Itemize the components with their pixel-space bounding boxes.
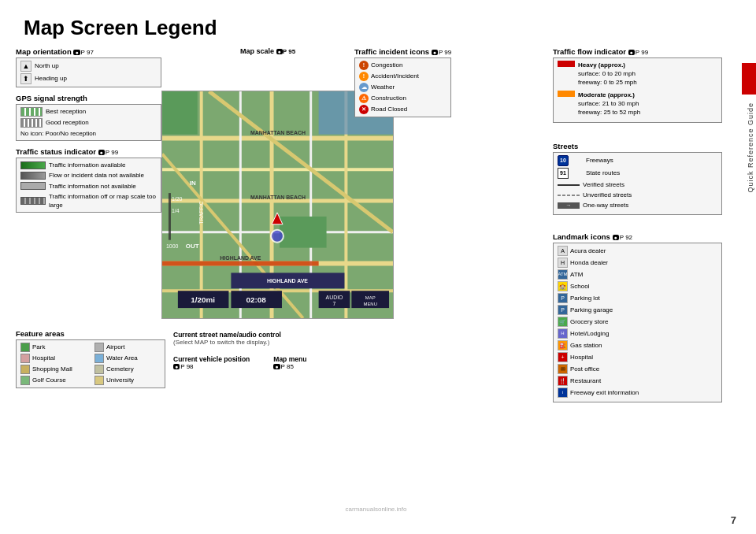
feat-color-cemetery [94,365,104,374]
lm-honda: H Honda dealer [558,258,717,268]
lm-icon-school: 🏫 [558,281,568,291]
map-orientation-section: Map orientation ●P 97 ▲ North up ⬆ Headi… [16,47,161,87]
lm-parking-garage: P Parking garage [558,305,717,315]
gps-poor-label: No icon: Poor/No reception [20,129,157,138]
lm-icon-hospital: + [558,352,568,362]
lm-label-parking-lot: Parking lot [570,294,600,302]
ti-row-0: ! Congestion [359,61,447,70]
feat-golf: Golf Course [20,376,91,385]
feat-label-mall: Shopping Mall [32,365,72,373]
ti-icon-weather: ☁ [359,83,369,92]
traffic-status-label: Traffic status indicator ●P 99 [16,147,161,156]
chapter-tab [742,63,756,95]
lm-label-gas: Gas station [570,341,602,350]
flow-heavy-text: Heavy (approx.) surface: 0 to 20 mph fre… [578,61,637,87]
feat-label-hospital: Hospital [32,354,55,362]
north-up-icon: ▲ [20,61,32,72]
chapter-label: Quick Reference Guide [747,102,754,193]
lm-label-post: Post office [570,365,599,373]
lm-label-hospital: Hospital [570,353,593,362]
ti-label-0: Congestion [371,61,402,69]
ts-row-3: Traffic information off or map scale too… [20,192,157,210]
state-shield: 91 [558,168,569,179]
flow-heavy-detail: surface: 0 to 20 mph freeway: 0 to 25 mp… [578,69,637,87]
gps-best-row: Best reception [20,107,157,117]
lm-label-acura: Acura dealer [570,247,606,255]
svg-text:MENU: MENU [363,302,376,306]
gps-section: GPS signal strength Best reception Good … [16,94,161,141]
svg-text:MANHATTAN BEACH: MANHATTAN BEACH [250,130,306,135]
page: Quick Reference Guide Map Screen Legend … [0,0,756,534]
lm-label-atm: ATM [570,270,583,279]
ti-label-4: Road Closed [371,105,407,113]
lm-restaurant: 🍴 Restaurant [558,376,717,386]
content-area: Map orientation ●P 97 ▲ North up ⬆ Headi… [16,47,736,514]
lm-icon-acura: A [558,246,568,256]
ti-row-1: ! Accident/Incident [359,72,447,81]
page-title: Map Screen Legend [24,16,732,40]
gps-good-row: Good reception [20,118,157,128]
watermark: carmanualsonline.info [346,506,407,513]
svg-text:HIGHLAND AVE: HIGHLAND AVE [267,278,308,284]
north-up-row: ▲ North up [20,61,157,72]
svg-text:MAP: MAP [365,295,376,300]
feat-label-cemetery: Cemetery [106,365,134,373]
gps-box: Best reception Good reception No icon: P… [16,104,161,141]
streets-box: 10 Freeways 91 State routes Verified [553,152,722,215]
streets-section: Streets 10 Freeways 91 [553,142,722,215]
ts-row-1: Flow or incident data not available [20,171,157,180]
svg-point-29 [271,230,284,243]
lm-label-parking-garage: Parking garage [570,306,613,314]
bottom-center-section: Current street name/audio control (Selec… [173,331,362,370]
verified-label: Verified streets [583,180,624,189]
svg-text:AUDIO: AUDIO [326,295,344,300]
svg-text:MANHATTAN BEACH: MANHATTAN BEACH [250,195,306,200]
feat-park: Park [20,343,91,352]
feat-color-golf [20,376,30,385]
flow-moderate-text: Moderate (approx.) surface: 21 to 30 mph… [578,91,640,117]
heading-up-label: Heading up [35,74,67,83]
feat-color-airport [94,343,104,352]
traffic-flow-label: Traffic flow indicator ●P 99 [553,47,722,56]
ti-label-3: Construction [371,94,406,102]
lm-acura: A Acura dealer [558,246,717,256]
lm-label-grocery: Grocery store [570,317,608,326]
feat-label-park: Park [32,343,45,351]
lm-icon-honda: H [558,258,568,268]
gps-best-icon [20,107,43,117]
street-unverified-row: Unverified streets [558,191,717,199]
map-menu-ref: ●P 85 [273,363,306,370]
svg-rect-16 [280,217,327,248]
lm-icon-atm: ATM [558,269,568,280]
street-freeway-row: 10 Freeways [558,155,717,166]
current-vehicle-label: Current vehicle position [173,355,250,363]
lm-icon-freeway-exit: i [558,388,568,398]
ts-label-3: Traffic information off or map scale too… [49,192,157,210]
map-menu-annotation: Map menu ●P 85 [273,355,306,370]
feat-mall: Shopping Mall [20,365,91,374]
unverified-line [558,195,580,196]
feat-label-golf: Golf Course [32,376,66,384]
north-up-label: North up [35,61,59,70]
street-oneway-row: → One-way streets [558,201,717,210]
map-area: MANHATTAN BEACH MANHATTAN BEACH HIGHLAND… [161,91,394,319]
lm-icon-parking-lot: P [558,293,568,303]
flow-moderate-label: Moderate (approx.) [578,91,640,99]
feat-water: Water Area [94,354,165,363]
map-orientation-label: Map orientation ●P 97 [16,47,161,56]
ts-icon-3 [20,197,46,205]
traffic-flow-section: Traffic flow indicator ●P 99 Heavy (appr… [553,47,722,123]
flow-moderate-detail: surface: 21 to 30 mph freeway: 25 to 52 … [578,99,640,117]
svg-text:1/20mi: 1/20mi [191,295,215,304]
feat-cemetery: Cemetery [94,365,165,374]
ti-icon-closed: ✕ [359,105,369,114]
landmark-label: Landmark icons ●P 92 [553,232,722,241]
feature-areas-box: Park Airport Hospital Water Area [16,339,165,388]
current-street-annotation: Current street name/audio control (Selec… [173,331,362,346]
ts-row-0: Traffic information available [20,161,157,169]
lm-gas: ⛽ Gas station [558,340,717,350]
ti-row-2: ☁ Weather [359,83,447,92]
svg-text:02:08: 02:08 [246,295,266,304]
lm-label-school: School [570,282,589,291]
lm-icon-gas: ⛽ [558,340,568,350]
